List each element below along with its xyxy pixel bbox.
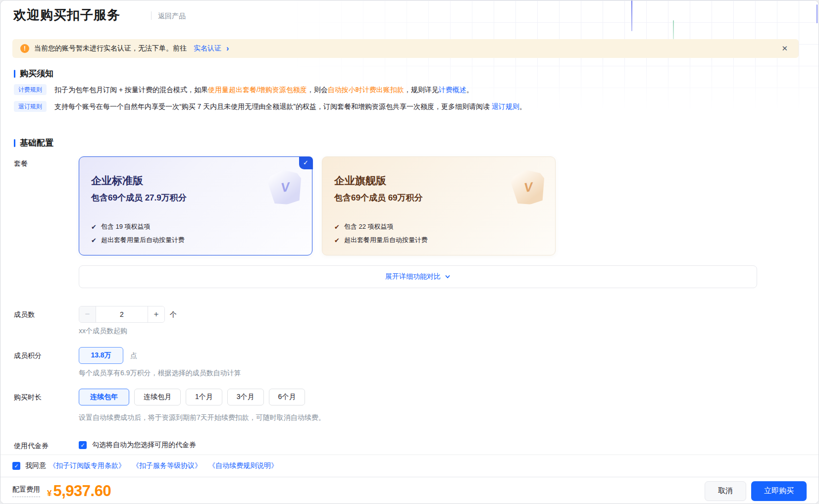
realname-warning-banner: ! 当前您的账号暂未进行实名认证，无法下单。前往 实名认证 › ✕ — [12, 39, 799, 58]
v-medal-icon: V — [266, 168, 304, 206]
plan-benefits: ✔ 包含 19 项权益项 ✔ 超出套餐用量后自动按量计费 — [91, 222, 300, 245]
member-count-input[interactable] — [96, 306, 148, 322]
billing-seg1: 扣子为包年包月订阅 + 按量计费的混合模式，如果 — [54, 86, 208, 94]
buy-now-button[interactable]: 立即购买 — [751, 481, 807, 501]
duration-option-yearly-auto[interactable]: 连续包年 — [79, 389, 129, 405]
accent-line-blue — [631, 0, 632, 31]
warning-icon: ! — [20, 44, 29, 53]
currency-symbol: ¥ — [47, 489, 51, 499]
duration-option-monthly-auto[interactable]: 连续包月 — [134, 389, 181, 405]
close-icon[interactable]: ✕ — [778, 43, 791, 54]
warning-text: 当前您的账号暂未进行实名认证，无法下单。前往 — [34, 44, 187, 53]
check-icon: ✔ — [334, 223, 340, 231]
agreement-prefix: 我同意 — [25, 461, 46, 470]
duration-option-6months[interactable]: 6个月 — [269, 389, 306, 405]
chevron-down-icon — [445, 274, 451, 280]
chevron-right-icon: › — [226, 45, 229, 52]
billing-seg2: ，则会 — [307, 86, 328, 94]
minus-button[interactable]: − — [79, 306, 96, 322]
member-points-unit: 点 — [130, 352, 137, 360]
voucher-text: 勾选将自动为您选择可用的代金券 — [92, 441, 196, 450]
footer-bar: 配置费用 ¥ 5,937.60 取消 立即购买 — [0, 477, 819, 504]
agreement-checkbox[interactable]: ✓ — [12, 462, 20, 470]
medal-letter: V — [280, 179, 291, 196]
benefit-item: ✔ 包含 22 项权益项 — [334, 222, 543, 231]
member-count-stepper: − + — [79, 306, 165, 323]
refund-rule-row: 退订规则 支持每个账号在每一个自然年内享受一次“购买 7 天内且未使用无理由全额… — [14, 101, 526, 112]
config-title-text: 基础配置 — [20, 137, 53, 149]
billing-rule-badge: 计费规则 — [14, 84, 47, 95]
plan-card-enterprise-ultimate[interactable]: 企业旗舰版 包含69个成员 69万积分 ✔ 包含 22 项权益项 ✔ 超出套餐用… — [322, 156, 556, 255]
fee-label: 配置费用 — [12, 485, 40, 497]
section-title-bar — [14, 70, 15, 78]
terms-link-autorenew[interactable]: 《自动续费规则说明》 — [208, 461, 278, 470]
terms-link-subscription[interactable]: 《扣子订阅版专用条款》 — [49, 461, 125, 470]
selected-check-badge: ✓ — [299, 156, 313, 169]
price-amount: 5,937.60 — [53, 482, 111, 500]
member-count-note: xx个成员数起购 — [79, 327, 127, 336]
config-section-title: 基础配置 — [14, 137, 53, 149]
plan-card-enterprise-standard[interactable]: ✓ 企业标准版 包含69个成员 27.9万积分 ✔ 包含 19 项权益项 ✔ 超… — [79, 156, 312, 255]
refund-rules-link[interactable]: 退订规则 — [492, 102, 519, 110]
duration-options: 连续包年 连续包月 1个月 3个月 6个月 — [79, 389, 305, 405]
purchase-page: 欢迎购买扣子服务 返回产品 ! 当前您的账号暂未进行实名认证，无法下单。前往 实… — [0, 0, 819, 504]
page-title: 欢迎购买扣子服务 — [13, 6, 120, 24]
benefit-item: ✔ 包含 19 项权益项 — [91, 222, 300, 231]
voucher-label: 使用代金券 — [14, 442, 49, 451]
billing-overview-link[interactable]: 计费概述 — [439, 86, 466, 94]
medal-shape: V — [266, 168, 304, 206]
member-points-label: 成员积分 — [14, 352, 42, 360]
billing-seg4: 。 — [466, 86, 473, 94]
benefit-text: 超出套餐用量后自动按量计费 — [101, 236, 185, 245]
notice-title-text: 购买须知 — [20, 68, 53, 79]
benefit-item: ✔ 超出套餐用量后自动按量计费 — [334, 236, 543, 245]
expand-label: 展开详细功能对比 — [385, 272, 441, 281]
notice-section-title: 购买须知 — [14, 68, 53, 79]
benefit-item: ✔ 超出套餐用量后自动按量计费 — [91, 236, 300, 245]
refund-seg2: 。 — [519, 102, 526, 110]
refund-rule-text: 支持每个账号在每一个自然年内享受一次“购买 7 天内且未使用无理由全额退款”的权… — [54, 101, 526, 112]
check-icon: ✓ — [303, 159, 308, 166]
section-title-bar — [14, 139, 15, 147]
check-icon: ✔ — [334, 237, 340, 244]
member-count-unit: 个 — [170, 310, 177, 319]
refund-seg1: 支持每个账号在每一个自然年内享受一次“购买 7 天内且未使用无理由全额退款”的权… — [54, 102, 492, 110]
billing-seg3: ，规则详见 — [404, 86, 439, 94]
billing-highlight-quota: 使用量超出套餐/增购资源包额度 — [208, 86, 307, 94]
duration-note: 设置自动续费成功后，将于资源到期前7天开始续费扣款，可随时取消自动续费。 — [79, 413, 325, 422]
benefit-text: 超出套餐用量后自动按量计费 — [344, 236, 428, 245]
voucher-checkbox[interactable]: ✓ — [79, 441, 87, 449]
plan-benefits: ✔ 包含 22 项权益项 ✔ 超出套餐用量后自动按量计费 — [334, 222, 543, 245]
duration-option-3months[interactable]: 3个月 — [227, 389, 264, 405]
benefit-text: 包含 22 项权益项 — [344, 222, 394, 231]
terms-link-sla[interactable]: 《扣子服务等级协议》 — [132, 461, 202, 470]
v-medal-icon: V — [510, 168, 547, 206]
medal-shape: V — [510, 168, 547, 206]
accent-line-edge — [817, 4, 818, 23]
refund-rule-badge: 退订规则 — [14, 101, 47, 112]
billing-rule-text: 扣子为包年包月订阅 + 按量计费的混合模式，如果使用量超出套餐/增购资源包额度，… — [54, 84, 473, 95]
duration-option-1month[interactable]: 1个月 — [186, 389, 222, 405]
expand-feature-comparison-button[interactable]: 展开详细功能对比 — [79, 265, 757, 288]
billing-highlight-hourly: 自动按小时计费出账扣款 — [328, 86, 404, 94]
billing-rule-row: 计费规则 扣子为包年包月订阅 + 按量计费的混合模式，如果使用量超出套餐/增购资… — [14, 84, 473, 95]
voucher-row: ✓ 勾选将自动为您选择可用的代金券 — [79, 441, 196, 450]
medal-letter: V — [523, 179, 534, 196]
agreement-bar: ✓ 我同意 《扣子订阅版专用条款》 《扣子服务等级协议》 《自动续费规则说明》 — [0, 454, 819, 477]
check-icon: ✔ — [91, 237, 97, 244]
member-points-note: 每个成员享有6.9万积分，根据选择的成员数自动计算 — [79, 369, 241, 378]
total-price: ¥ 5,937.60 — [47, 482, 111, 500]
realname-verify-link[interactable]: 实名认证 — [194, 44, 221, 53]
member-count-label: 成员数 — [14, 310, 35, 319]
plus-button[interactable]: + — [148, 306, 164, 322]
member-points-value: 13.8万 — [79, 347, 123, 364]
check-icon: ✔ — [91, 223, 97, 231]
back-to-product-link[interactable]: 返回产品 — [158, 12, 186, 21]
duration-label: 购买时长 — [14, 393, 42, 402]
benefit-text: 包含 19 项权益项 — [101, 222, 151, 231]
plan-label: 套餐 — [14, 159, 28, 168]
cancel-button[interactable]: 取消 — [705, 481, 746, 501]
header-divider — [151, 11, 152, 20]
